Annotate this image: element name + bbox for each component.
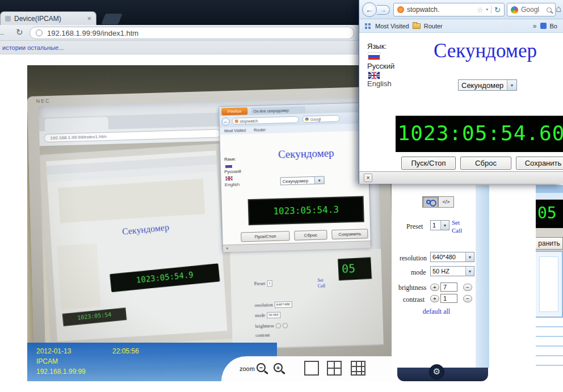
inner-camera-view: Секундомер 1023:05:54.9 1023:05:54: [40, 141, 234, 353]
english-language-link[interactable]: English: [367, 79, 392, 88]
inner-start-stop-button: Пуск/Стоп: [241, 231, 289, 242]
mode-value: 50 HZ: [432, 268, 449, 275]
bookmark-star-icon[interactable]: ☆: [477, 6, 484, 14]
tab-close-icon[interactable]: ×: [87, 14, 91, 23]
edge-panel-box: [536, 251, 563, 318]
inner-english-flag-icon: [225, 176, 232, 180]
russian-language-link[interactable]: Русский: [367, 62, 394, 70]
firefox-findbar: ×: [359, 171, 563, 184]
firefox-address-bar[interactable]: stopwatch. ☆ ▾ ↻: [393, 3, 505, 16]
home-icon[interactable]: ⌂: [556, 3, 561, 15]
monitor-brand-label: NEC: [36, 98, 51, 104]
mode-select[interactable]: 50 HZ: [430, 266, 474, 276]
back-button[interactable]: ←: [362, 2, 377, 17]
reload-icon[interactable]: ↻: [494, 6, 501, 14]
address-dropdown-icon[interactable]: ▾: [486, 7, 489, 12]
google-icon: [511, 6, 518, 14]
inner-findbar-close-icon: ×: [226, 246, 229, 251]
inner-contrast-row: contrast: [255, 332, 270, 338]
inner-firefox-window: Firefox On-line секундомер ← stopwatch. …: [219, 102, 371, 251]
inner-search-text: Googl: [310, 117, 321, 121]
bookmark-icon: [540, 23, 547, 29]
reset-button[interactable]: Сброс: [460, 157, 511, 170]
most-visited-icon: [365, 23, 367, 26]
zoom-out-icon[interactable]: −: [257, 363, 266, 372]
inner-preset-label: Preset: [254, 281, 266, 286]
contrast-increase-button[interactable]: +: [430, 295, 439, 302]
inner-select-value: Секундомер: [283, 178, 309, 184]
inner-mode-row: mode 50 HZ: [255, 312, 280, 319]
resolution-select[interactable]: 640*480: [430, 252, 474, 262]
single-view-icon[interactable]: [304, 361, 319, 376]
deep-timer-display: 1023:05:54.9: [110, 263, 220, 292]
nine-view-icon[interactable]: [351, 361, 365, 376]
edge-timer-fragment: 05: [536, 200, 563, 228]
inner-firefox-menu-button: Firefox: [221, 107, 247, 115]
save-button[interactable]: Сохранить: [516, 157, 563, 170]
contrast-decrease-button[interactable]: −: [463, 295, 472, 302]
mode-label: mode: [411, 268, 426, 277]
bookmark-router[interactable]: Router: [424, 23, 443, 29]
inner-mode-label: mode: [255, 313, 265, 318]
edge-panel-inner: [539, 256, 558, 312]
brightness-value: 7: [440, 283, 457, 292]
contrast-value: 1: [440, 294, 457, 303]
osd-camera-address: 192.168.1.99:99: [36, 368, 86, 376]
folder-icon: [413, 23, 421, 29]
back-icon[interactable]: ←: [0, 27, 6, 39]
camera-photo: NEC 192.168.1.99:99/index1.htm: [27, 65, 392, 381]
brightness-decrease-button[interactable]: −: [463, 284, 472, 291]
tab-favicon: [5, 16, 11, 22]
edge-save-button-fragment[interactable]: ранить: [536, 237, 563, 250]
default-all-link[interactable]: default all: [397, 307, 476, 316]
language-label: Язык:: [367, 42, 386, 50]
address-bar[interactable]: 192.168.1.99:99/index1.htm: [30, 27, 354, 39]
panel-side-strip: [476, 185, 489, 368]
osd-time: 22:05:56: [112, 347, 139, 355]
search-magnifier-icon[interactable]: [547, 7, 552, 12]
inner-mode-select: 50 HZ: [267, 312, 280, 319]
address-text: stopwatch.: [407, 6, 474, 14]
page-security-icon: [36, 29, 43, 36]
stopwatch-mode-select[interactable]: Секундомер: [458, 79, 517, 91]
firefox-search-box[interactable]: Googl: [507, 3, 556, 16]
inner-stopwatch-title: Секундомер: [253, 146, 359, 162]
photo-monitor: NEC 192.168.1.99:99/index1.htm: [27, 86, 392, 370]
contrast-label: contrast: [403, 296, 425, 304]
desktop: Device(IPCAM) × ← ↻ 192.168.1.99:99/inde…: [0, 0, 563, 392]
preset-select[interactable]: 1: [430, 220, 449, 230]
gear-icon[interactable]: ⚙: [429, 364, 444, 380]
quad-view-icon[interactable]: [327, 361, 342, 376]
link-icon: [426, 200, 431, 204]
preset-call-link[interactable]: Call: [452, 227, 462, 234]
inner-google-icon: [305, 117, 309, 121]
deeper-timer-display: 1023:05:54: [62, 307, 127, 326]
reload-icon[interactable]: ↻: [16, 27, 23, 37]
findbar-close-icon[interactable]: ×: [364, 174, 372, 182]
browser-tab[interactable]: Device(IPCAM) ×: [0, 11, 96, 25]
bookmarks-overflow-chevron[interactable]: »: [533, 22, 537, 30]
code-view-button[interactable]: </>: [438, 196, 454, 208]
osd-date: 2012-01-13: [36, 347, 71, 355]
english-flag-icon[interactable]: [368, 72, 380, 79]
bookmark-most-visited[interactable]: Most Visited: [375, 23, 409, 29]
select-arrow-icon: [465, 267, 474, 276]
inner-set-link: Set: [318, 278, 323, 283]
inner-resolution-label: resolution: [255, 302, 273, 308]
inner-bookmark: Most Visited: [224, 127, 246, 134]
preset-set-link[interactable]: Set: [452, 219, 460, 226]
stream-link-button[interactable]: [422, 196, 438, 208]
bookmark-partial[interactable]: Bo: [550, 23, 557, 29]
zoom-in-icon[interactable]: +: [274, 363, 283, 372]
inner-resolution-select: 640*480: [275, 301, 292, 308]
start-stop-button[interactable]: Пуск/Стоп: [401, 157, 456, 170]
inner-russian-flag-icon: [225, 164, 232, 168]
bookmarks-bar-item[interactable]: истории остальные...: [2, 44, 64, 51]
russian-flag-icon[interactable]: [368, 53, 380, 60]
new-tab-button[interactable]: [101, 14, 123, 24]
brightness-increase-button[interactable]: +: [430, 284, 439, 291]
forward-button[interactable]: →: [377, 5, 390, 15]
inner-bookmark: Router: [254, 126, 266, 134]
brightness-label: brightness: [398, 284, 426, 292]
inner-stepper: [283, 323, 288, 328]
